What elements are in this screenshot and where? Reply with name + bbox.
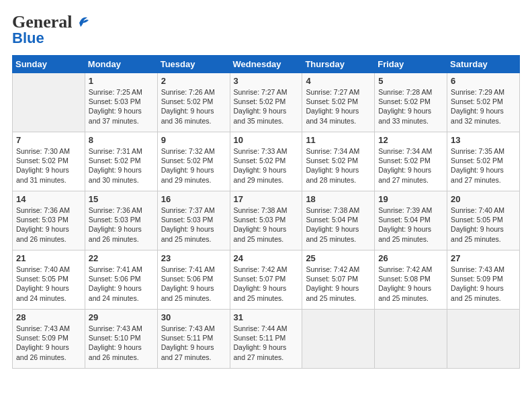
day-info: Sunrise: 7:40 AMSunset: 5:05 PMDaylight:… (451, 205, 516, 244)
day-number: 5 (378, 76, 443, 86)
calendar-cell: 26Sunrise: 7:42 AMSunset: 5:08 PMDayligh… (375, 250, 447, 310)
sunrise-text: Sunrise: 7:38 AM (234, 205, 299, 215)
calendar-cell: 8Sunrise: 7:31 AMSunset: 5:02 PMDaylight… (85, 132, 157, 191)
calendar-cell: 12Sunrise: 7:34 AMSunset: 5:02 PMDayligh… (375, 132, 447, 191)
daylight-text: Daylight: 9 hours and 25 minutes. (378, 224, 443, 243)
sunrise-text: Sunrise: 7:41 AM (161, 265, 226, 274)
sunset-text: Sunset: 5:02 PM (306, 156, 371, 165)
day-info: Sunrise: 7:37 AMSunset: 5:03 PMDaylight:… (161, 205, 226, 244)
daylight-text: Daylight: 9 hours and 37 minutes. (89, 106, 154, 125)
sunset-text: Sunset: 5:03 PM (89, 215, 154, 224)
sunset-text: Sunset: 5:11 PM (161, 333, 226, 342)
sunrise-text: Sunrise: 7:34 AM (306, 146, 371, 156)
sunset-text: Sunset: 5:10 PM (89, 333, 154, 342)
calendar-cell: 4Sunrise: 7:27 AMSunset: 5:02 PMDaylight… (302, 73, 375, 132)
sunrise-text: Sunrise: 7:28 AM (378, 87, 443, 97)
day-info: Sunrise: 7:36 AMSunset: 5:03 PMDaylight:… (16, 205, 81, 244)
calendar-cell: 24Sunrise: 7:42 AMSunset: 5:07 PMDayligh… (230, 250, 302, 310)
weekday-header-saturday: Saturday (447, 56, 520, 73)
calendar-cell: 17Sunrise: 7:38 AMSunset: 5:03 PMDayligh… (230, 191, 302, 250)
calendar-cell: 14Sunrise: 7:36 AMSunset: 5:03 PMDayligh… (13, 191, 85, 250)
calendar-cell (302, 310, 375, 369)
daylight-text: Daylight: 9 hours and 25 minutes. (378, 283, 443, 302)
calendar-cell: 21Sunrise: 7:40 AMSunset: 5:05 PMDayligh… (13, 250, 85, 310)
sunrise-text: Sunrise: 7:42 AM (306, 265, 371, 274)
daylight-text: Daylight: 9 hours and 35 minutes. (234, 106, 299, 125)
day-info: Sunrise: 7:44 AMSunset: 5:11 PMDaylight:… (234, 324, 299, 362)
logo: General Blue (12, 12, 89, 47)
day-number: 8 (89, 135, 154, 145)
daylight-text: Daylight: 9 hours and 24 minutes. (89, 283, 154, 302)
day-number: 27 (451, 253, 516, 263)
daylight-text: Daylight: 9 hours and 26 minutes. (16, 342, 81, 361)
sunset-text: Sunset: 5:06 PM (161, 274, 226, 283)
day-info: Sunrise: 7:31 AMSunset: 5:02 PMDaylight:… (89, 146, 154, 185)
sunrise-text: Sunrise: 7:40 AM (16, 265, 81, 274)
sunset-text: Sunset: 5:03 PM (234, 215, 299, 224)
day-number: 24 (234, 253, 299, 263)
sunset-text: Sunset: 5:02 PM (161, 97, 226, 106)
sunrise-text: Sunrise: 7:42 AM (378, 265, 443, 274)
sunrise-text: Sunrise: 7:25 AM (89, 87, 154, 97)
day-number: 19 (378, 194, 443, 204)
logo-bird-icon (74, 13, 89, 28)
day-info: Sunrise: 7:40 AMSunset: 5:05 PMDaylight:… (16, 265, 81, 303)
sunset-text: Sunset: 5:02 PM (378, 156, 443, 165)
day-info: Sunrise: 7:27 AMSunset: 5:02 PMDaylight:… (306, 87, 371, 126)
day-info: Sunrise: 7:33 AMSunset: 5:02 PMDaylight:… (234, 146, 299, 185)
day-number: 12 (378, 135, 443, 145)
calendar-cell: 7Sunrise: 7:30 AMSunset: 5:02 PMDaylight… (13, 132, 85, 191)
sunset-text: Sunset: 5:02 PM (451, 156, 516, 165)
sunrise-text: Sunrise: 7:32 AM (161, 146, 226, 156)
daylight-text: Daylight: 9 hours and 28 minutes. (306, 165, 371, 184)
day-info: Sunrise: 7:41 AMSunset: 5:06 PMDaylight:… (89, 265, 154, 303)
day-number: 17 (234, 194, 299, 204)
sunrise-text: Sunrise: 7:39 AM (378, 205, 443, 215)
daylight-text: Daylight: 9 hours and 36 minutes. (161, 106, 226, 125)
day-info: Sunrise: 7:35 AMSunset: 5:02 PMDaylight:… (451, 146, 516, 185)
calendar-cell: 3Sunrise: 7:27 AMSunset: 5:02 PMDaylight… (230, 73, 302, 132)
daylight-text: Daylight: 9 hours and 26 minutes. (89, 224, 154, 243)
sunrise-text: Sunrise: 7:30 AM (16, 146, 81, 156)
day-info: Sunrise: 7:43 AMSunset: 5:11 PMDaylight:… (161, 324, 226, 362)
sunset-text: Sunset: 5:02 PM (161, 156, 226, 165)
day-info: Sunrise: 7:42 AMSunset: 5:08 PMDaylight:… (378, 265, 443, 303)
weekday-header-friday: Friday (375, 56, 447, 73)
weekday-header-thursday: Thursday (302, 56, 375, 73)
sunset-text: Sunset: 5:02 PM (378, 97, 443, 106)
daylight-text: Daylight: 9 hours and 25 minutes. (234, 283, 299, 302)
weekday-header-monday: Monday (85, 56, 157, 73)
daylight-text: Daylight: 9 hours and 25 minutes. (451, 224, 516, 243)
day-number: 31 (234, 312, 299, 322)
day-number: 29 (89, 312, 154, 322)
day-info: Sunrise: 7:34 AMSunset: 5:02 PMDaylight:… (378, 146, 443, 185)
sunrise-text: Sunrise: 7:42 AM (234, 265, 299, 274)
day-info: Sunrise: 7:43 AMSunset: 5:09 PMDaylight:… (451, 265, 516, 303)
daylight-text: Daylight: 9 hours and 34 minutes. (306, 106, 371, 125)
daylight-text: Daylight: 9 hours and 25 minutes. (306, 224, 371, 243)
day-info: Sunrise: 7:26 AMSunset: 5:02 PMDaylight:… (161, 87, 226, 126)
sunrise-text: Sunrise: 7:41 AM (89, 265, 154, 274)
day-info: Sunrise: 7:42 AMSunset: 5:07 PMDaylight:… (306, 265, 371, 303)
daylight-text: Daylight: 9 hours and 29 minutes. (161, 165, 226, 184)
sunset-text: Sunset: 5:08 PM (378, 274, 443, 283)
sunset-text: Sunset: 5:02 PM (89, 156, 154, 165)
day-number: 25 (306, 253, 371, 263)
sunset-text: Sunset: 5:03 PM (89, 97, 154, 106)
day-info: Sunrise: 7:25 AMSunset: 5:03 PMDaylight:… (89, 87, 154, 126)
daylight-text: Daylight: 9 hours and 25 minutes. (451, 283, 516, 302)
daylight-text: Daylight: 9 hours and 27 minutes. (234, 342, 299, 361)
day-info: Sunrise: 7:39 AMSunset: 5:04 PMDaylight:… (378, 205, 443, 244)
calendar-cell: 23Sunrise: 7:41 AMSunset: 5:06 PMDayligh… (157, 250, 230, 310)
calendar-cell: 30Sunrise: 7:43 AMSunset: 5:11 PMDayligh… (157, 310, 230, 369)
calendar-cell: 19Sunrise: 7:39 AMSunset: 5:04 PMDayligh… (375, 191, 447, 250)
day-number: 7 (16, 135, 81, 145)
daylight-text: Daylight: 9 hours and 24 minutes. (16, 283, 81, 302)
calendar-cell: 1Sunrise: 7:25 AMSunset: 5:03 PMDaylight… (85, 73, 157, 132)
sunrise-text: Sunrise: 7:36 AM (16, 205, 81, 215)
sunset-text: Sunset: 5:02 PM (16, 156, 81, 165)
logo-blue-text: Blue (12, 30, 44, 47)
day-info: Sunrise: 7:38 AMSunset: 5:03 PMDaylight:… (234, 205, 299, 244)
day-info: Sunrise: 7:30 AMSunset: 5:02 PMDaylight:… (16, 146, 81, 185)
day-number: 18 (306, 194, 371, 204)
